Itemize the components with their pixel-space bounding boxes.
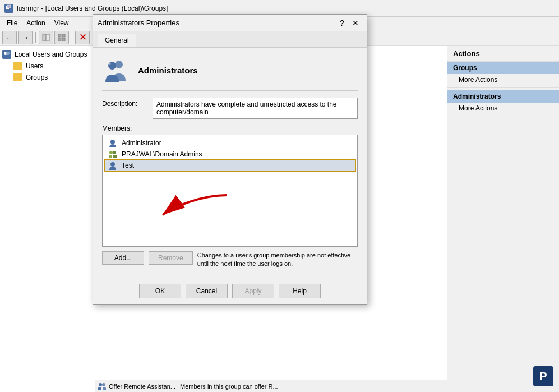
member-administrator[interactable]: Administrator xyxy=(105,137,355,149)
members-list[interactable]: Administrator PRAJWAL\Domain Admins xyxy=(102,135,358,247)
remove-button[interactable]: Remove xyxy=(149,251,193,265)
view-btn[interactable] xyxy=(54,31,69,44)
test-person-icon xyxy=(108,161,117,170)
member-administrator-name: Administrator xyxy=(122,139,161,147)
members-section: Members: Administrator xyxy=(102,124,358,269)
actions-groups-more[interactable]: More Actions xyxy=(447,74,559,85)
mmc-title: lusrmgr - [Local Users and Groups (Local… xyxy=(17,4,555,12)
status-icon xyxy=(98,382,107,391)
member-domain-admins-name: PRAJWAL\Domain Admins xyxy=(122,150,202,158)
group-name: Administrators xyxy=(138,66,198,75)
svg-point-18 xyxy=(109,151,113,154)
member-domain-admins-icon xyxy=(107,150,118,159)
svg-point-16 xyxy=(109,63,111,65)
group-icon-small xyxy=(108,150,117,159)
svg-rect-5 xyxy=(62,34,65,37)
svg-rect-2 xyxy=(43,34,45,41)
sidebar-root-icon xyxy=(2,50,11,59)
sidebar-root[interactable]: Local Users and Groups xyxy=(0,48,95,61)
svg-point-22 xyxy=(110,162,115,167)
sidebar-users-label: Users xyxy=(26,62,43,70)
svg-rect-3 xyxy=(46,34,49,41)
svg-rect-4 xyxy=(58,34,61,37)
dialog-titlebar: Administrators Properties ? ✕ xyxy=(93,15,367,31)
member-test[interactable]: Test xyxy=(105,160,355,171)
description-row: Description: Administrators have complet… xyxy=(102,98,358,119)
description-field-wrapper: Administrators have complete and unrestr… xyxy=(153,98,358,119)
header-divider xyxy=(102,90,358,91)
administrators-properties-dialog: Administrators Properties ? ✕ General xyxy=(93,14,367,305)
sidebar-item-groups[interactable]: Groups xyxy=(0,72,95,83)
members-actions: Add... Remove Changes to a user's group … xyxy=(102,251,358,269)
tab-general[interactable]: General xyxy=(98,34,136,47)
menu-file[interactable]: File xyxy=(2,18,22,28)
description-value: Administrators have complete and unrestr… xyxy=(156,100,337,116)
actions-header: Actions xyxy=(447,46,559,62)
dialog-title: Administrators Properties xyxy=(98,19,335,27)
add-button[interactable]: Add... xyxy=(102,251,144,265)
mmc-sidebar: Local Users and Groups Users Groups xyxy=(0,46,95,392)
toolbar-separator-1 xyxy=(35,32,36,43)
member-test-icon xyxy=(107,161,118,170)
mmc-statusbar: Offer Remote Assistan... Members in this… xyxy=(95,380,447,392)
group-icon xyxy=(102,57,129,84)
svg-rect-13 xyxy=(103,387,106,390)
actions-panel: Actions Groups More Actions Administrato… xyxy=(447,46,559,392)
member-domain-admins[interactable]: PRAJWAL\Domain Admins xyxy=(105,149,355,160)
actions-groups-header: Groups xyxy=(447,62,559,74)
toolbar-separator-2 xyxy=(72,32,72,43)
svg-rect-6 xyxy=(58,38,61,41)
group-people-icon xyxy=(102,57,129,84)
sidebar-item-users[interactable]: Users xyxy=(0,61,95,72)
group-header: Administrators xyxy=(102,57,358,84)
apply-button[interactable]: Apply xyxy=(232,284,274,298)
dialog-body: Administrators Description: Administrato… xyxy=(93,48,367,278)
cancel-button[interactable]: Cancel xyxy=(186,284,228,298)
svg-point-11 xyxy=(102,383,105,386)
dialog-close-button[interactable]: ✕ xyxy=(349,17,362,29)
svg-rect-7 xyxy=(62,38,65,41)
dialog-tabs: General xyxy=(93,31,367,48)
watermark: P xyxy=(533,366,553,386)
svg-rect-20 xyxy=(109,155,112,158)
groups-folder-icon xyxy=(13,73,22,81)
description-label: Description: xyxy=(102,98,153,108)
svg-point-17 xyxy=(110,140,115,144)
svg-point-10 xyxy=(99,383,102,386)
help-button[interactable]: Help xyxy=(279,284,321,298)
svg-rect-21 xyxy=(113,155,117,158)
forward-button[interactable]: → xyxy=(18,31,33,44)
status-item-name: Offer Remote Assistan... xyxy=(109,383,175,390)
svg-point-19 xyxy=(113,151,116,154)
description-field: Administrators have complete and unrestr… xyxy=(153,98,358,119)
actions-administrators-more[interactable]: More Actions xyxy=(447,103,559,114)
menu-view[interactable]: View xyxy=(50,18,73,28)
delete-btn[interactable]: ✕ xyxy=(75,31,90,44)
status-item-desc: Members in this group can offer R... xyxy=(180,383,278,390)
show-hide-btn[interactable] xyxy=(39,31,53,44)
ok-button[interactable]: OK xyxy=(139,284,181,298)
svg-point-14 xyxy=(115,61,123,68)
sidebar-root-label: Local Users and Groups xyxy=(15,50,87,58)
notice-text: Changes to a user's group membership are… xyxy=(197,251,358,269)
svg-point-9 xyxy=(6,52,10,55)
sidebar-groups-label: Groups xyxy=(26,73,48,81)
actions-administrators-header: Administrators xyxy=(447,90,559,103)
mmc-app-icon xyxy=(4,4,13,13)
svg-point-15 xyxy=(108,62,116,70)
dialog-footer: OK Cancel Apply Help xyxy=(93,278,367,304)
users-folder-icon xyxy=(13,62,22,70)
actions-sep xyxy=(447,87,559,88)
status-item: Offer Remote Assistan... Members in this… xyxy=(98,382,278,391)
person-icon xyxy=(108,139,117,147)
svg-rect-1 xyxy=(7,5,11,8)
dialog-help-button[interactable]: ? xyxy=(335,17,349,29)
member-test-name: Test xyxy=(122,162,134,169)
menu-action[interactable]: Action xyxy=(22,18,49,28)
member-administrator-icon xyxy=(107,139,118,147)
members-label: Members: xyxy=(102,124,358,132)
back-button[interactable]: ← xyxy=(2,31,17,44)
svg-rect-12 xyxy=(98,387,101,390)
